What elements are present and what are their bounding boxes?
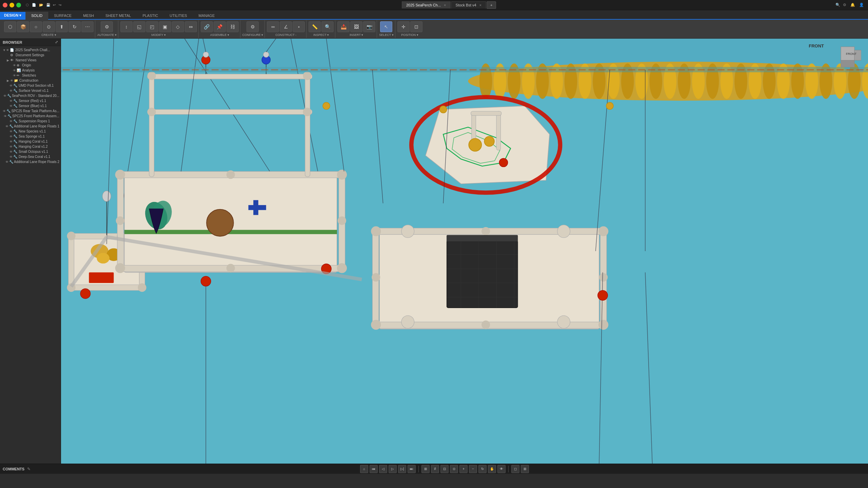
tree-item-sensor-blue[interactable]: 👁 🔧 Sensor (Blue) v1.1	[0, 103, 61, 108]
tree-item-lane-rope-1[interactable]: 👁 🔧 Additional Lane Rope Floats 1	[0, 124, 61, 129]
tab-stock-file[interactable]: Stock Bst v4 ×	[451, 1, 486, 8]
insert-canvas-button[interactable]: 📷	[363, 21, 375, 32]
tree-eye-root[interactable]: 👁	[6, 48, 9, 52]
tree-eye-umd[interactable]: 👁	[9, 84, 13, 87]
tree-item-sketches[interactable]: 👁 ✏ Sketches	[0, 73, 61, 78]
viewport[interactable]: FRONT FRONT	[61, 39, 868, 464]
tree-item-construction[interactable]: ▶ 👁 📁 Construction	[0, 78, 61, 83]
tab-solid[interactable]: SOLID	[25, 12, 48, 20]
orbit-button[interactable]: ↻	[478, 465, 487, 473]
tree-eye-sensor-blue[interactable]: 👁	[9, 104, 13, 108]
tree-eye-sensor-red[interactable]: 👁	[9, 99, 13, 103]
tab-sheet-metal[interactable]: SHEET METAL	[100, 12, 137, 19]
display-settings-button[interactable]: ⊞	[421, 465, 430, 473]
tree-eye-analysis[interactable]: 👁	[13, 69, 16, 72]
nav-play-prev-button[interactable]: ◁	[379, 465, 387, 473]
tree-item-named-views[interactable]: ▶ 👁 Named Views	[0, 58, 61, 63]
browser-expand-icon[interactable]: ⤢	[55, 40, 58, 44]
tree-eye-octopus[interactable]: 👁	[9, 150, 13, 154]
create-box-button[interactable]: 📦	[17, 21, 29, 32]
settings-icon[interactable]: ⚙	[843, 3, 846, 7]
assemble-joint-button[interactable]: 🔗	[201, 21, 213, 32]
view-cube[interactable]: FRONT	[834, 43, 861, 70]
undo-icon[interactable]: ↩	[53, 3, 56, 7]
tree-eye-spc25-front[interactable]: 👁	[4, 115, 7, 118]
design-mode-label[interactable]: DESIGN ▾	[0, 12, 25, 19]
create-new-component-button[interactable]: ⬡	[4, 21, 16, 32]
zoom-fit-button[interactable]: ⊙	[450, 465, 458, 473]
perspective-button[interactable]: ◻	[511, 465, 519, 473]
view-options-button[interactable]: ⊞	[521, 465, 529, 473]
tree-eye-suspension[interactable]: 👁	[9, 120, 13, 123]
tab-main-close[interactable]: ×	[444, 3, 446, 7]
automate-button[interactable]: ⚙	[101, 21, 113, 32]
tree-item-umd-pool[interactable]: 👁 🔧 UMD Pool Section v8.1	[0, 83, 61, 88]
tree-item-suspension-ropes[interactable]: 👁 🔧 Suspension Ropes 1	[0, 119, 61, 124]
tree-eye-construction[interactable]: 👁	[10, 79, 13, 82]
save-icon[interactable]: 💾	[46, 3, 50, 7]
tree-eye-origin[interactable]: 👁	[13, 64, 16, 67]
tree-item-sea-sponge[interactable]: 👁 🔧 Sea Sponge v1.1	[0, 134, 61, 139]
tree-eye-lane2[interactable]: 👁	[5, 160, 8, 164]
pan-button[interactable]: ✋	[488, 465, 496, 473]
modify-draft-button[interactable]: ◇	[172, 21, 184, 32]
insert-button[interactable]: 📥	[337, 21, 350, 32]
nav-play-end-button[interactable]: ⏭	[408, 465, 416, 473]
modify-press-pull-button[interactable]: ↕	[120, 21, 133, 32]
tab-utilities[interactable]: UTILITIES	[164, 12, 193, 19]
maximize-button[interactable]	[16, 3, 21, 7]
tree-item-deep-sea-coral[interactable]: 👁 🔧 Deep-Sea Coral v1.1	[0, 154, 61, 159]
position-align-button[interactable]: ⊡	[410, 21, 422, 32]
look-at-button[interactable]: 👁	[497, 465, 506, 473]
close-button[interactable]	[3, 3, 7, 7]
new-icon[interactable]: 📄	[32, 3, 36, 7]
tree-eye-new-species[interactable]: 👁	[9, 130, 13, 133]
tree-item-sensor-red[interactable]: 👁 🔧 Sensor (Red) v1.1	[0, 98, 61, 103]
select-button[interactable]: ↖	[380, 21, 392, 32]
open-icon[interactable]: 📂	[39, 3, 43, 7]
create-cylinder-button[interactable]: ⊙	[43, 21, 55, 32]
tab-plastic[interactable]: PLASTIC	[137, 12, 164, 19]
tab-stock-close[interactable]: ×	[479, 3, 481, 7]
tree-eye-sketches[interactable]: 👁	[13, 74, 16, 77]
insert-decal-button[interactable]: 🖼	[350, 21, 362, 32]
modify-fillet-button[interactable]: ◱	[133, 21, 145, 32]
tree-item-lane-rope-2[interactable]: 👁 🔧 Additional Lane Rope Floats 2	[0, 159, 61, 164]
tree-eye-rov[interactable]: 👁	[3, 94, 6, 98]
tree-eye-coral1[interactable]: 👁	[9, 140, 13, 143]
construct-angle-plane-button[interactable]: ∠	[280, 21, 292, 32]
tree-item-seaperch-rov[interactable]: 👁 🔧 SeaPerch ROV - Standard 20...	[0, 93, 61, 98]
assemble-link-button[interactable]: ⛓	[226, 21, 239, 32]
nav-play-next-button[interactable]: ▷|	[398, 465, 406, 473]
modify-chamfer-button[interactable]: ◰	[146, 21, 158, 32]
tree-item-hanging-coral-1[interactable]: 👁 🔧 Hanging Coral v1.1	[0, 139, 61, 144]
construct-tangent-button[interactable]: ⋆	[293, 21, 305, 32]
inspect-interference-button[interactable]: 🔍	[321, 21, 334, 32]
comments-add-icon[interactable]: ✎	[27, 467, 31, 471]
tree-item-analysis[interactable]: 👁 📊 Analysis	[0, 68, 61, 73]
tree-eye-coral2[interactable]: 👁	[9, 145, 13, 148]
tree-item-hanging-coral-2[interactable]: 👁 🔧 Hanging Coral v1.2	[0, 144, 61, 149]
tree-item-new-species[interactable]: 👁 🔧 New Species v1.1	[0, 129, 61, 134]
account-icon[interactable]: 👤	[859, 3, 864, 7]
nav-play-button[interactable]: ▷	[389, 465, 397, 473]
tab-manage[interactable]: MANAGE	[193, 12, 221, 19]
modify-scale-button[interactable]: ⇔	[185, 21, 197, 32]
position-move-button[interactable]: ✛	[397, 21, 410, 32]
search-icon[interactable]: 🔍	[835, 3, 840, 7]
zoom-out-button[interactable]: −	[469, 465, 477, 473]
new-tab-button[interactable]: +	[487, 1, 496, 9]
minimize-button[interactable]	[9, 3, 14, 7]
tree-item-origin[interactable]: 👁 ⊕ Origin	[0, 63, 61, 68]
assemble-rigid-button[interactable]: 📌	[214, 21, 226, 32]
nav-home-button[interactable]: ⌂	[360, 465, 368, 473]
tree-item-spc25-rear[interactable]: 👁 🔧 SPC25 Rear Task Platform As...	[0, 108, 61, 114]
snap-button[interactable]: ⊡	[440, 465, 449, 473]
grid-button[interactable]: #	[431, 465, 439, 473]
tab-surface[interactable]: SURFACE	[48, 12, 77, 19]
create-more-button[interactable]: ⋯	[81, 21, 94, 32]
tree-item-doc-settings[interactable]: ⚙ Document Settings	[0, 53, 61, 58]
tree-eye-lane1[interactable]: 👁	[5, 125, 8, 128]
create-extrude-button[interactable]: ⬆	[56, 21, 68, 32]
tree-item-surface-vessel[interactable]: 👁 🔧 Surface Vessel v1.1	[0, 88, 61, 93]
